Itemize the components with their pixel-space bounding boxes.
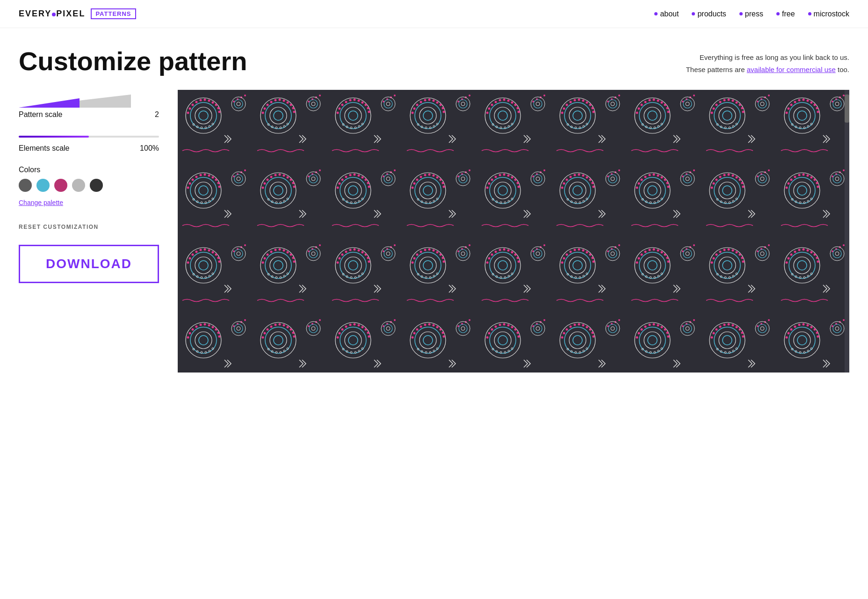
commercial-use-link[interactable]: available for commercial use [747, 66, 836, 73]
reset-customization-button[interactable]: RESET CUSTOMIZATION [19, 224, 99, 230]
header: EVERYPIXEL PATTERNS about products press… [0, 0, 868, 28]
logo-area: EVERYPIXEL PATTERNS [19, 8, 136, 19]
nav-item-press[interactable]: press [739, 10, 763, 18]
change-palette-button[interactable]: Change palette [19, 199, 63, 206]
nav-item-about[interactable]: about [654, 10, 679, 18]
elements-scale-label-row: Elements scale 100% [19, 144, 159, 153]
color-swatch-pink[interactable] [54, 179, 67, 192]
color-swatch-light-gray[interactable] [72, 179, 85, 192]
svg-rect-31 [178, 90, 849, 373]
color-swatch-very-dark[interactable] [90, 179, 103, 192]
main-content: Pattern scale 2 Elements scale 100% Colo… [0, 90, 868, 373]
scrollbar-track[interactable] [845, 90, 849, 373]
color-swatch-cyan[interactable] [36, 179, 50, 192]
nav-item-microstock[interactable]: microstock [808, 10, 849, 18]
colors-section: Colors [19, 166, 159, 192]
download-button[interactable]: DOWNLOAD [19, 245, 159, 283]
subtitle: Everything is free as long as you link b… [686, 51, 849, 75]
page-title: Customize pattern [19, 47, 247, 76]
color-swatch-dark-gray[interactable] [19, 179, 32, 192]
pattern-preview [178, 90, 849, 373]
controls-panel: Pattern scale 2 Elements scale 100% Colo… [19, 90, 159, 373]
nav-bullet [654, 12, 658, 15]
pattern-scale-slider-container [19, 95, 159, 108]
pattern-svg [178, 90, 849, 373]
nav-bullet [808, 12, 811, 15]
nav-bullet [739, 12, 743, 15]
title-section: Customize pattern Everything is free as … [0, 28, 868, 90]
elements-scale-slider-container [19, 132, 159, 141]
scrollbar-thumb[interactable] [845, 95, 849, 123]
navigation: about products press free microstock [654, 10, 849, 18]
nav-item-products[interactable]: products [692, 10, 726, 18]
elements-scale-group: Elements scale 100% [19, 132, 159, 153]
color-dots-row [19, 179, 159, 192]
logo-badge: PATTERNS [91, 8, 136, 19]
pattern-scale-label-row: Pattern scale 2 [19, 110, 159, 119]
logo-dot [52, 13, 56, 16]
nav-bullet [692, 12, 695, 15]
pattern-scale-group: Pattern scale 2 [19, 95, 159, 119]
nav-bullet [776, 12, 780, 15]
nav-item-free[interactable]: free [776, 10, 795, 18]
logo-text: EVERYPIXEL [19, 9, 85, 19]
